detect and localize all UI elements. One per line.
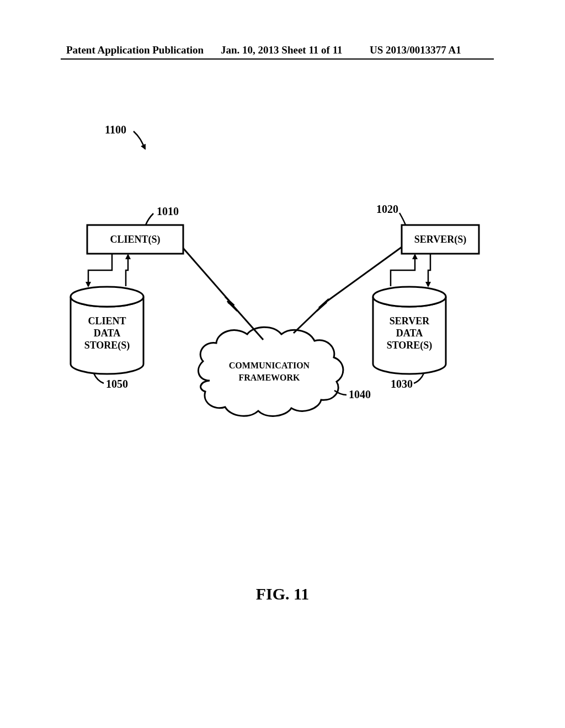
ref-1050-leader-icon (94, 373, 104, 383)
svg-point-4 (373, 287, 446, 307)
header-rule (61, 58, 494, 60)
header-date-sheet: Jan. 10, 2013 Sheet 11 of 11 (221, 44, 343, 56)
server-label: SERVER(S) (414, 234, 466, 245)
server-data-line1: SERVER (390, 315, 430, 326)
ref-1030: 1030 (391, 378, 413, 390)
svg-line-5 (183, 248, 229, 301)
header-publication: Patent Application Publication (66, 44, 204, 56)
client-datastore-connector (88, 254, 128, 286)
client-data-line1: CLIENT (88, 315, 126, 326)
diagram: 1100 CLIENT(S) 1010 SERVER(S) 1020 (44, 83, 508, 449)
client-label: CLIENT(S) (110, 234, 160, 245)
ref-1010: 1010 (157, 205, 179, 217)
communication-framework-cloud: COMMUNICATION FRAMEWORK (198, 327, 343, 416)
ref-1020: 1020 (376, 203, 398, 215)
framework-line1: COMMUNICATION (229, 361, 310, 370)
client-data-store: CLIENT DATA STORE(S) (71, 287, 143, 374)
ref-1020-leader-icon (399, 213, 406, 225)
ref-1050: 1050 (106, 378, 128, 390)
ref-1040: 1040 (349, 388, 371, 400)
client-data-line3: STORE(S) (84, 340, 130, 351)
client-box: CLIENT(S) (87, 225, 183, 254)
ref-1030-leader-icon (414, 373, 424, 383)
server-box: SERVER(S) (402, 225, 479, 254)
svg-line-9 (294, 307, 321, 333)
server-data-line2: DATA (396, 328, 423, 339)
figure-caption: FIG. 11 (0, 585, 565, 603)
page-root: Patent Application Publication Jan. 10, … (0, 0, 565, 728)
server-data-store: SERVER DATA STORE(S) (373, 287, 446, 374)
server-data-line3: STORE(S) (387, 340, 433, 351)
ref-1010-leader-icon (146, 213, 153, 225)
ref-1100: 1100 (105, 124, 126, 136)
ref-1100-arrow-icon (134, 131, 145, 149)
server-datastore-connector (391, 254, 430, 286)
client-data-line2: DATA (94, 328, 120, 339)
header-pubnumber: US 2013/0013377 A1 (370, 44, 461, 56)
framework-line2: FRAMEWORK (238, 373, 300, 382)
svg-point-3 (71, 287, 143, 307)
client-to-framework-link (183, 248, 263, 340)
